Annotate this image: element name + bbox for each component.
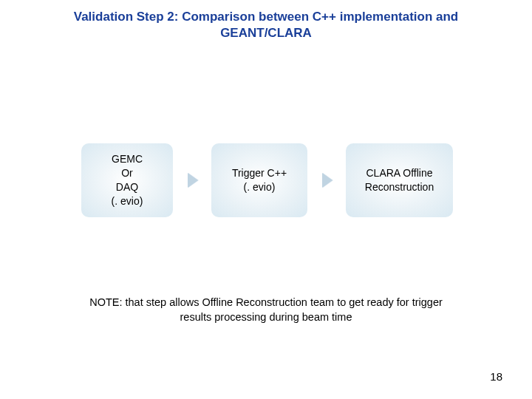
flow-box-gemc-daq: GEMC Or DAQ (. evio) <box>81 143 173 217</box>
box3-line1: CLARA Offline <box>366 166 432 180</box>
flow-box-trigger-cpp: Trigger C++ (. evio) <box>211 143 307 217</box>
note-line-2: results processing during beam time <box>180 311 352 323</box>
box1-line2: Or <box>121 166 133 180</box>
flow-box-clara-offline: CLARA Offline Reconstruction <box>346 143 453 217</box>
box3-line2: Reconstruction <box>365 180 434 194</box>
note-line-1: NOTE: that step allows Offline Reconstru… <box>89 296 443 308</box>
arrow-1 <box>173 173 211 188</box>
box1-line4: (. evio) <box>112 194 143 208</box>
box1-line1: GEMC <box>112 152 143 166</box>
arrow-2 <box>307 173 346 188</box>
title-line-1: Validation Step 2: Comparison between C+… <box>74 10 458 24</box>
page-number: 18 <box>490 370 502 383</box>
note-text: NOTE: that step allows Offline Reconstru… <box>30 296 502 324</box>
box2-line1: Trigger C++ <box>232 166 287 180</box>
box2-line2: (. evio) <box>244 180 276 194</box>
flow-diagram: GEMC Or DAQ (. evio) Trigger C++ (. evio… <box>81 143 480 217</box>
slide-title: Validation Step 2: Comparison between C+… <box>0 9 532 41</box>
title-line-2: GEANT/CLARA <box>220 26 312 40</box>
box1-line3: DAQ <box>116 180 138 194</box>
slide: Validation Step 2: Comparison between C+… <box>0 0 532 399</box>
